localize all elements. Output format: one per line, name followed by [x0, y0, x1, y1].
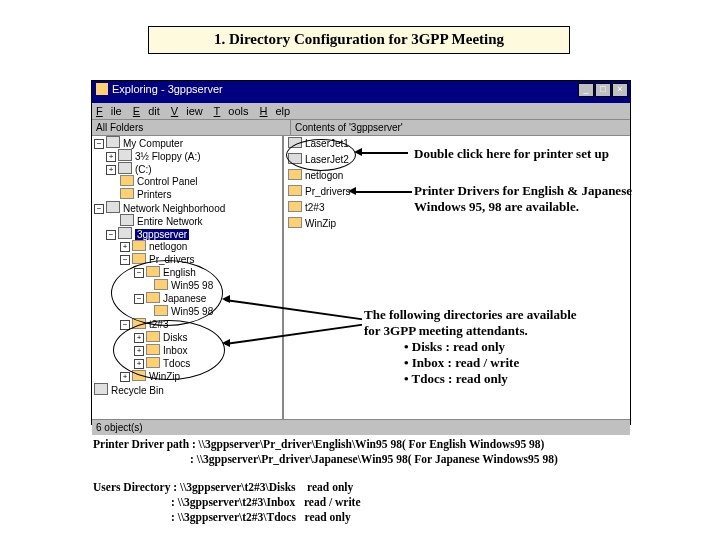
- selected-node: 3gppserver: [135, 229, 189, 240]
- window-titlebar: Exploring - 3gppserver _ □ ×: [92, 81, 630, 103]
- menu-help[interactable]: Help: [260, 105, 291, 117]
- recycle-icon: [94, 383, 108, 395]
- network-icon: [106, 201, 120, 213]
- list-item: WinZip: [284, 216, 630, 232]
- footer-user-paths: Users Directory : \\3gppserver\t2#3\Disk…: [93, 480, 361, 525]
- computer-icon: [106, 136, 120, 148]
- annotation-printer-setup: Double click here for printer set up: [414, 146, 609, 162]
- tree-pane[interactable]: −My Computer +3½ Floppy (A:) +(C:) Contr…: [92, 136, 284, 419]
- arrowhead-icon: [222, 295, 230, 303]
- status-bar: 6 object(s): [92, 419, 630, 435]
- menu-view[interactable]: View: [171, 105, 203, 117]
- arrowhead-icon: [222, 339, 230, 347]
- folder-icon: [288, 185, 302, 196]
- right-header: Contents of '3gppserver': [290, 120, 630, 135]
- printer-icon: [288, 153, 302, 164]
- printer-icon: [288, 137, 302, 148]
- menu-file[interactable]: FFileile: [96, 105, 122, 117]
- footer-printer-paths: Printer Driver path : \\3gppserver\Pr_dr…: [93, 437, 558, 467]
- network-icon: [120, 214, 134, 226]
- arrow: [352, 191, 412, 193]
- app-icon: [96, 83, 108, 95]
- folder-icon: [120, 188, 134, 199]
- arrowhead-icon: [354, 148, 362, 156]
- menu-tools[interactable]: Tools: [214, 105, 249, 117]
- minimize-button[interactable]: _: [578, 83, 594, 97]
- left-header: All Folders: [92, 120, 290, 135]
- drive-icon: [118, 162, 132, 174]
- annotation-printer-drivers: Printer Drivers for English & JapaneseWi…: [414, 183, 632, 215]
- folder-icon: [288, 217, 302, 228]
- menu-bar: FFileile Edit View Tools Help: [92, 103, 630, 120]
- list-item: netlogon: [284, 168, 630, 184]
- close-button[interactable]: ×: [612, 83, 628, 97]
- page-title: 1. Directory Configuration for 3GPP Meet…: [148, 26, 570, 54]
- annotation-directories: The following directories are available …: [362, 305, 579, 389]
- arrow: [358, 152, 408, 154]
- folder-icon: [288, 201, 302, 212]
- maximize-button[interactable]: □: [595, 83, 611, 97]
- arrowhead-icon: [348, 187, 356, 195]
- menu-edit[interactable]: Edit: [133, 105, 160, 117]
- drive-icon: [118, 149, 132, 161]
- window-title: Exploring - 3gppserver: [112, 83, 223, 95]
- server-icon: [118, 227, 132, 239]
- folder-icon: [120, 175, 134, 186]
- folder-icon: [288, 169, 302, 180]
